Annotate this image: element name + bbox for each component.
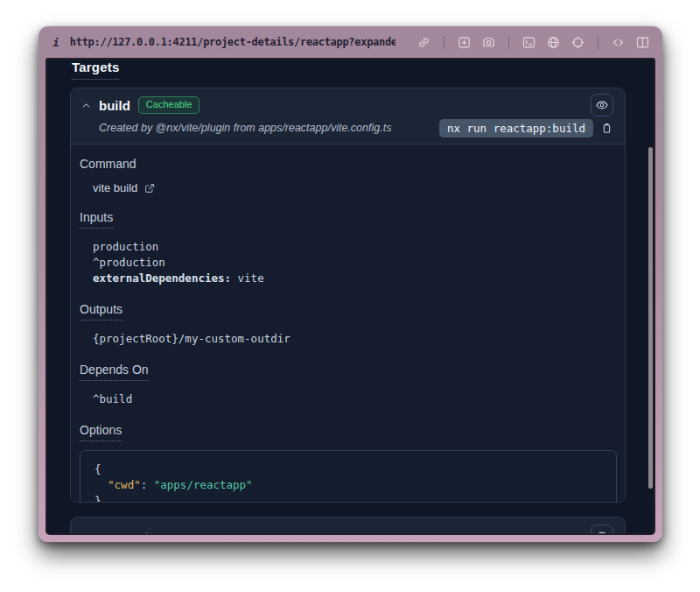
options-heading: Options (80, 423, 122, 441)
browser-toolbar: i http://127.0.0.1:4211/project-details/… (38, 26, 662, 58)
output-item: {projectRoot}/my-custom-outdir (93, 331, 617, 347)
link-icon[interactable] (416, 35, 431, 50)
targets-heading: Targets (72, 60, 119, 80)
serve-card-header[interactable]: serve vite serve (71, 518, 625, 535)
section-outputs: Outputs {projectRoot}/my-custom-outdir (80, 301, 617, 347)
screenshot-canvas: i http://127.0.0.1:4211/project-details/… (0, 0, 700, 592)
input-kv-key: externalDependencies: (93, 271, 231, 285)
split-columns-icon[interactable] (635, 35, 650, 50)
toolbar-divider (444, 36, 444, 49)
address-url[interactable]: http://127.0.0.1:4211/project-details/re… (70, 36, 396, 48)
external-link-icon (144, 182, 156, 194)
depends-on-heading: Depends On (80, 363, 149, 381)
input-item-kv: externalDependencies: vite (93, 271, 617, 286)
input-item: production (93, 239, 617, 255)
page-content: Targets build Cacheable (46, 58, 655, 535)
command-value: vite build (93, 181, 137, 194)
command-heading: Command (80, 157, 617, 171)
clipboard-icon (600, 122, 613, 135)
target-name: build (99, 98, 130, 113)
serve-header-row: serve vite serve (81, 525, 613, 535)
view-target-graph-button[interactable] (591, 94, 613, 116)
options-code-block: { "cwd": "apps/reactapp" } (80, 450, 617, 503)
code-icon[interactable] (611, 35, 626, 50)
input-item: ^production (93, 255, 617, 271)
options-code-value: "apps/reactapp" (154, 478, 253, 491)
section-options: Options { "cwd": "apps/reactapp" } (80, 422, 617, 503)
serve-subtitle: vite serve (140, 530, 189, 536)
import-icon[interactable] (457, 35, 472, 50)
target-name: serve (99, 529, 131, 535)
build-card-header[interactable]: build Cacheable Created by @nx/vite/plug… (71, 88, 625, 144)
build-header-subrow: Created by @nx/vite/plugin from apps/rea… (81, 117, 613, 138)
section-depends-on: Depends On ^build (80, 362, 617, 407)
inputs-heading: Inputs (80, 210, 113, 229)
toolbar-divider (598, 36, 598, 49)
toolbar-icons (416, 35, 650, 50)
outputs-heading: Outputs (80, 302, 122, 321)
depends-on-item: ^build (93, 391, 617, 407)
browser-window: i http://127.0.0.1:4211/project-details/… (38, 26, 662, 542)
chevron-down-icon[interactable] (81, 532, 91, 536)
globe-icon[interactable] (546, 35, 561, 50)
chevron-up-icon[interactable] (81, 101, 91, 110)
options-code-close: } (94, 493, 602, 503)
eye-icon (595, 98, 609, 112)
cacheable-badge: Cacheable (138, 96, 200, 114)
build-card-body: Command vite build Inputs production (71, 144, 625, 503)
command-value-link[interactable]: vite build (93, 181, 617, 194)
target-card-serve: serve vite serve (70, 517, 626, 535)
scrollbar-thumb[interactable] (648, 147, 653, 489)
toolbar-divider (508, 36, 509, 49)
terminal-icon[interactable] (522, 35, 536, 50)
target-card-build: build Cacheable Created by @nx/vite/plug… (70, 88, 626, 503)
eye-icon (595, 529, 609, 535)
run-command-chip: nx run reactapp:build (439, 119, 593, 137)
info-icon: i (52, 36, 60, 49)
options-code-open: { (94, 462, 602, 477)
options-code-key: "cwd" (108, 478, 141, 491)
crosshair-icon[interactable] (570, 35, 585, 50)
camera-icon[interactable] (481, 35, 496, 50)
section-inputs: Inputs production ^production externalDe… (80, 209, 617, 286)
created-by-text: Created by @nx/vite/plugin from apps/rea… (81, 122, 391, 134)
options-code-sep: : (141, 478, 154, 491)
view-target-graph-button[interactable] (591, 525, 613, 535)
options-code-line: "cwd": "apps/reactapp" (94, 477, 602, 493)
input-kv-value: vite (231, 271, 264, 285)
copy-command-button[interactable] (600, 122, 613, 135)
build-header-row: build Cacheable (81, 94, 613, 116)
section-command: Command vite build (80, 157, 617, 194)
